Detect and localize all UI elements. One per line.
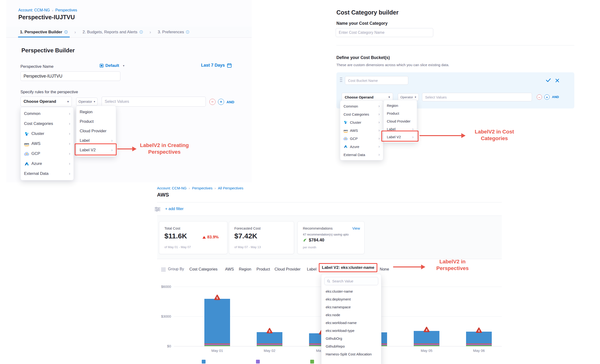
anomaly-badge[interactable]: 4 <box>475 327 482 333</box>
chevron-right-icon: › <box>412 127 413 131</box>
menu-item-common[interactable]: Common› <box>21 109 74 119</box>
menu-item-cluster[interactable]: Cluster› <box>340 118 383 126</box>
y-axis-tick-label: $0 <box>152 344 171 348</box>
menu-item-label: External Data <box>24 171 67 176</box>
x-axis-label: May 05 <box>414 348 440 353</box>
menu-item-label: Cluster <box>31 131 67 136</box>
chart-bar-segment <box>466 344 492 344</box>
dropdown-item-githuborg[interactable]: GithubOrg <box>324 335 378 342</box>
menu-item-azure[interactable]: Azure› <box>21 159 74 169</box>
annotation-arrow-head <box>461 133 466 138</box>
menu-item-aws[interactable]: aws AWS› <box>340 126 383 134</box>
dropdown-item-eks-workload-type[interactable]: eks:workload-type <box>324 327 378 335</box>
annotation-arrow <box>393 266 422 267</box>
chevron-right-icon: › <box>69 172 70 176</box>
chevron-right-icon: › <box>378 128 380 132</box>
chevron-right-icon: › <box>378 104 380 108</box>
cost-bar-chart: $0$3000$60005May 015May 025May 034May 04… <box>0 0 600 364</box>
aws-icon: aws <box>344 129 348 131</box>
svg-text:5: 5 <box>269 330 271 333</box>
menu-item-label: Common <box>344 104 376 108</box>
dropdown-item-githubrepo[interactable]: GithubRepo <box>324 342 378 350</box>
annotation-arrow <box>419 135 462 136</box>
menu-item-gcp[interactable]: GCP› <box>21 149 74 159</box>
chevron-right-icon: › <box>69 161 70 166</box>
annotation-arrow-head <box>421 265 425 269</box>
chart-bar[interactable] <box>204 299 230 346</box>
azure-icon <box>24 162 29 166</box>
menu-item-external-data[interactable]: External Data› <box>21 169 74 179</box>
submenu-item-label-v2[interactable]: Label V2› <box>76 145 116 155</box>
submenu-item-cloud-provider[interactable]: Cloud Provider <box>76 126 116 136</box>
chevron-right-icon: › <box>69 141 70 146</box>
anomaly-badge[interactable]: 5 <box>266 327 273 334</box>
chevron-right-icon: › <box>378 120 380 124</box>
svg-text:4: 4 <box>426 328 428 332</box>
menu-item-cost-categories[interactable]: Cost Categories› <box>340 110 383 118</box>
svg-text:5: 5 <box>216 296 218 300</box>
operand-menu: Common› Cost Categories› Cluster› aws AW… <box>20 107 74 180</box>
submenu-item-region[interactable]: Region <box>384 102 417 109</box>
annotation-text-perspectives: LabelV2 in Perspectives <box>426 258 479 272</box>
legend-swatch[interactable] <box>202 360 206 364</box>
menu-item-label: External Data <box>344 153 376 157</box>
annotation-text-cost-categories: LabelV2 in Cost Categories <box>466 129 523 142</box>
submenu-item-cloud-provider[interactable]: Cloud Provider <box>384 117 417 125</box>
search-box[interactable] <box>324 277 378 285</box>
menu-item-label: Cloud Provider <box>80 129 112 133</box>
chevron-right-icon: › <box>69 121 70 126</box>
menu-item-cost-categories[interactable]: Cost Categories› <box>21 119 74 129</box>
submenu-item-label-v2[interactable]: Label V2› <box>384 133 417 141</box>
menu-item-external-data[interactable]: External Data› <box>340 151 383 159</box>
menu-item-azure[interactable]: Azure› <box>340 142 383 151</box>
cluster-icon <box>344 120 348 124</box>
menu-item-aws[interactable]: aws AWS› <box>21 139 74 149</box>
x-axis-label: May 02 <box>257 348 282 353</box>
dropdown-item-eks-node[interactable]: eks:node <box>324 311 378 319</box>
legend-swatch[interactable] <box>310 360 314 364</box>
menu-item-label: Common <box>24 111 67 116</box>
chart-bar[interactable] <box>414 331 440 346</box>
menu-item-label: Region <box>387 103 413 108</box>
chart-bar-segment <box>414 344 440 345</box>
menu-item-label: Region <box>80 110 112 114</box>
dropdown-item-eks-deployment[interactable]: eks:deployment <box>324 295 378 303</box>
chart-bar-segment <box>414 344 440 344</box>
menu-item-label: GCP <box>31 151 67 156</box>
dropdown-item-eks-cluster-name[interactable]: eks:cluster-name <box>324 287 378 295</box>
legend-swatch[interactable] <box>256 360 260 364</box>
dropdown-item-eks-namespace[interactable]: eks:namespace <box>324 303 378 311</box>
chart-bar-segment <box>414 345 440 346</box>
anomaly-badge[interactable]: 5 <box>214 294 221 300</box>
dropdown-list: eks:cluster-name eks:deployment eks:name… <box>324 287 378 358</box>
menu-item-common[interactable]: Common› <box>340 102 383 110</box>
anomaly-badge[interactable]: 4 <box>423 326 430 332</box>
search-value-input[interactable] <box>332 279 376 283</box>
dropdown-item-harness-split-cost-allocation[interactable]: Harness-Split Cost Allocation <box>324 350 378 358</box>
annotation-arrow <box>117 149 133 149</box>
chart-bar-segment <box>204 344 230 345</box>
menu-item-label: Cloud Provider <box>387 119 413 123</box>
menu-item-label: Cost Categories <box>24 121 67 126</box>
y-axis-tick-label: $6000 <box>152 285 171 289</box>
chevron-right-icon: › <box>69 151 70 156</box>
chevron-right-icon: › <box>111 148 112 152</box>
group-by-selected-label-v2[interactable]: Label V2: eks:cluster-name <box>319 263 377 272</box>
chart-bar-segment <box>204 345 230 346</box>
dropdown-item-eks-workload-name[interactable]: eks:workload-name <box>324 319 378 327</box>
common-submenu: Region Product Cloud Provider Label› Lab… <box>76 106 116 157</box>
submenu-item-region[interactable]: Region <box>76 107 116 117</box>
menu-item-label: Label <box>387 127 410 131</box>
chart-bar[interactable] <box>257 332 282 346</box>
chevron-right-icon: › <box>69 131 70 136</box>
y-axis-tick-label: $3000 <box>152 314 171 318</box>
submenu-item-label[interactable]: Label› <box>384 125 417 133</box>
submenu-item-label[interactable]: Label› <box>76 136 116 145</box>
submenu-item-product[interactable]: Product <box>384 109 417 117</box>
chart-bar-segment <box>257 344 282 344</box>
menu-item-gcp[interactable]: GCP› <box>340 134 383 142</box>
chart-bar[interactable] <box>466 332 492 346</box>
submenu-item-product[interactable]: Product <box>76 117 116 126</box>
menu-item-cluster[interactable]: Cluster› <box>21 129 74 139</box>
menu-item-label: Label <box>80 138 109 143</box>
